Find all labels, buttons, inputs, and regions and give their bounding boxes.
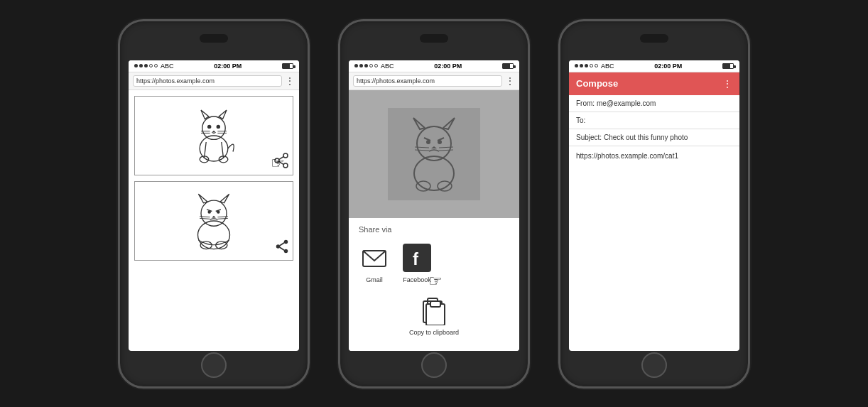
- gmail-option[interactable]: Gmail: [359, 242, 390, 283]
- dot3-4: [590, 64, 593, 67]
- svg-point-21: [201, 200, 227, 226]
- time-1: 02:00 PM: [214, 63, 242, 70]
- status-left-1: ABC: [134, 63, 174, 70]
- facebook-label: Facebook: [403, 276, 431, 283]
- clipboard-option[interactable]: Copy to clipboard: [359, 295, 509, 336]
- cat-1-svg: [182, 104, 246, 168]
- phone-3-screen: ABC 02:00 PM Compose ⋮ From: me@example.…: [569, 60, 739, 351]
- status-left-3: ABC: [575, 63, 614, 70]
- svg-point-47: [426, 140, 430, 144]
- svg-line-30: [200, 218, 210, 219]
- dot2: [139, 64, 143, 67]
- menu-dots-1[interactable]: ⋮: [285, 76, 295, 86]
- battery-fill-2: [503, 64, 510, 68]
- facebook-icon: f: [403, 244, 431, 272]
- phone-2-screen: ABC 02:00 PM https://photos.example.com …: [349, 60, 519, 351]
- dot2-5: [374, 64, 378, 67]
- dot3-5: [595, 64, 598, 67]
- svg-marker-23: [220, 194, 229, 203]
- share-svg-2: [274, 239, 290, 254]
- battery-3: [722, 63, 734, 69]
- cat-sketch-1: [135, 97, 293, 175]
- svg-marker-3: [219, 110, 227, 119]
- dot2-2: [359, 64, 363, 67]
- time-3: 02:00 PM: [654, 63, 682, 70]
- dot3: [144, 64, 148, 67]
- gallery-content: ☞: [129, 90, 299, 351]
- gmail-icon: [360, 244, 389, 272]
- dot2-1: [354, 64, 358, 67]
- svg-line-11: [205, 142, 207, 158]
- menu-dots-2[interactable]: ⋮: [505, 76, 515, 86]
- dot2-3: [364, 64, 368, 67]
- facebook-icon-box[interactable]: f: [401, 242, 433, 273]
- carrier-2: ABC: [381, 63, 394, 70]
- url-bar-1[interactable]: https://photos.example.com ⋮: [129, 72, 299, 90]
- signal-1: [134, 64, 158, 67]
- signal-3: [575, 64, 598, 67]
- svg-line-32: [217, 218, 227, 219]
- svg-line-38: [280, 242, 284, 245]
- carrier-1: ABC: [161, 63, 174, 70]
- svg-line-12: [222, 142, 224, 158]
- phone-1-screen: ABC 02:00 PM https://photos.example.com …: [129, 60, 299, 351]
- dot3-2: [580, 64, 583, 67]
- compose-menu-dots[interactable]: ⋮: [722, 78, 732, 89]
- dot1: [134, 64, 138, 67]
- dot3-3: [585, 64, 588, 67]
- battery-2: [502, 63, 514, 69]
- svg-point-4: [207, 124, 211, 128]
- email-body[interactable]: https://photos.example.com/cat1: [569, 146, 739, 351]
- time-2: 02:00 PM: [434, 63, 462, 70]
- share-sheet: Share via Gmail: [349, 218, 519, 351]
- preview-cat-svg: [388, 108, 480, 200]
- photo-gallery: [129, 90, 299, 266]
- svg-point-27: [217, 210, 220, 214]
- svg-marker-6: [212, 130, 215, 132]
- gmail-icon-box[interactable]: [359, 242, 390, 273]
- svg-line-39: [280, 247, 284, 250]
- signal-2: [354, 64, 378, 67]
- subject-value[interactable]: Check out this funny photo: [604, 134, 688, 141]
- from-label: From:: [576, 99, 595, 107]
- url-input-2[interactable]: https://photos.example.com: [353, 75, 502, 87]
- to-field[interactable]: To:: [569, 112, 739, 129]
- from-value: me@example.com: [597, 99, 656, 107]
- url-bar-2[interactable]: https://photos.example.com ⋮: [349, 72, 519, 90]
- from-field: From: me@example.com: [569, 95, 739, 112]
- svg-marker-22: [198, 194, 207, 203]
- cursor-hand-1: ☞: [271, 154, 285, 173]
- subject-field[interactable]: Subject: Check out this funny photo: [569, 129, 739, 146]
- cursor-hand-2: ☞: [428, 272, 443, 291]
- photo-item-1[interactable]: [134, 96, 293, 175]
- cat-sketch-2: [135, 182, 293, 260]
- url-input-1[interactable]: https://photos.example.com: [133, 75, 282, 87]
- battery-fill-3: [723, 64, 730, 68]
- svg-point-5: [217, 124, 220, 128]
- svg-text:f: f: [413, 249, 419, 268]
- clipboard-icon-box[interactable]: [418, 295, 450, 326]
- photo-item-2[interactable]: [134, 181, 293, 261]
- to-label: To:: [576, 116, 585, 124]
- facebook-option[interactable]: f Facebook ☞: [401, 242, 433, 283]
- svg-point-48: [438, 140, 442, 144]
- dot2-4: [369, 64, 373, 67]
- svg-rect-62: [430, 301, 440, 307]
- phone-1: ABC 02:00 PM https://photos.example.com …: [118, 19, 310, 389]
- gmail-label: Gmail: [366, 276, 383, 283]
- carrier-3: ABC: [601, 63, 614, 70]
- status-bar-3: ABC 02:00 PM: [569, 60, 739, 72]
- battery-fill-1: [283, 64, 290, 68]
- photo-preview: [349, 90, 519, 218]
- svg-marker-2: [201, 110, 209, 119]
- svg-marker-28: [212, 215, 215, 217]
- body-url: https://photos.example.com/cat1: [576, 152, 678, 160]
- status-bar-1: ABC 02:00 PM: [129, 60, 299, 72]
- dot5: [154, 64, 158, 67]
- share-icon-2[interactable]: [274, 239, 290, 257]
- dot4: [149, 64, 153, 67]
- dot3-1: [575, 64, 578, 67]
- share-options-row: Gmail f Facebook ☞: [359, 242, 509, 283]
- share-via-label: Share via: [359, 225, 509, 234]
- compose-title: Compose: [576, 78, 618, 89]
